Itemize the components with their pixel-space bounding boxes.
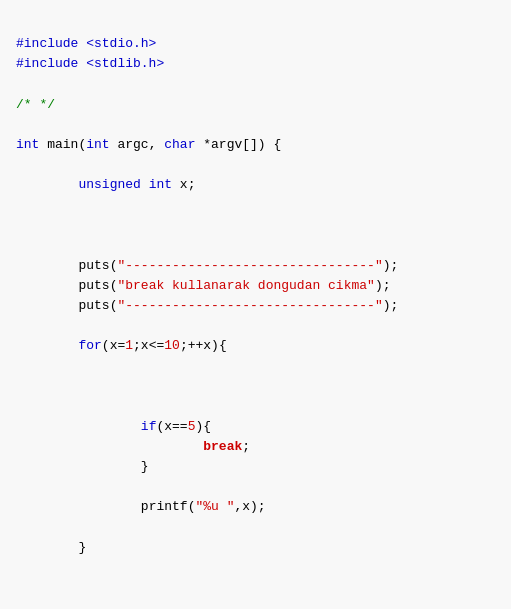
str-dashes-1: "--------------------------------" [117,258,382,273]
indent5 [16,338,78,353]
break-semi: ; [242,439,250,454]
keyword-unsigned: unsigned [78,177,140,192]
indent7 [16,439,203,454]
puts-close-3: ); [383,298,399,313]
keyword-if: if [141,419,157,434]
if-cond: (x== [156,419,187,434]
main-signature: main( [39,137,86,152]
indent3 [16,278,78,293]
printf-args: ,x); [234,499,265,514]
str-printf-fmt: "%u " [195,499,234,514]
keyword-char: char [164,137,195,152]
for-close: } [78,540,86,555]
puts-close-2: ); [375,278,391,293]
indent10 [16,540,78,555]
puts-call-1: puts( [78,258,117,273]
code-editor: #include <stdio.h> #include <stdlib.h> /… [0,0,511,609]
str-break-msg: "break kullanarak dongudan cikma" [117,278,374,293]
space1 [141,177,149,192]
keyword-int-x: int [149,177,172,192]
puts-close-1: ); [383,258,399,273]
indent8 [16,459,141,474]
indent1 [16,177,78,192]
printf-call: printf( [141,499,196,514]
keyword-for: for [78,338,101,353]
code-content: #include <stdio.h> #include <stdlib.h> /… [16,14,495,609]
num-10: 10 [164,338,180,353]
if-open: ){ [195,419,211,434]
include-stdlib: #include <stdlib.h> [16,56,164,71]
include-stdio: #include <stdio.h> [16,36,156,51]
var-x-decl: x; [172,177,195,192]
indent9 [16,499,141,514]
keyword-int-argc: int [86,137,109,152]
if-close: } [141,459,149,474]
argc-param: argc, [110,137,165,152]
comment-line: /* */ [16,97,55,112]
for-params: (x= [102,338,125,353]
puts-call-2: puts( [78,278,117,293]
indent4 [16,298,78,313]
num-1: 1 [125,338,133,353]
for-cond: ;x<= [133,338,164,353]
keyword-int-main: int [16,137,39,152]
puts-call-3: puts( [78,298,117,313]
argv-param: *argv[]) { [195,137,281,152]
indent6 [16,419,141,434]
str-dashes-2: "--------------------------------" [117,298,382,313]
indent2 [16,258,78,273]
keyword-break: break [203,439,242,454]
for-inc: ;++x){ [180,338,227,353]
